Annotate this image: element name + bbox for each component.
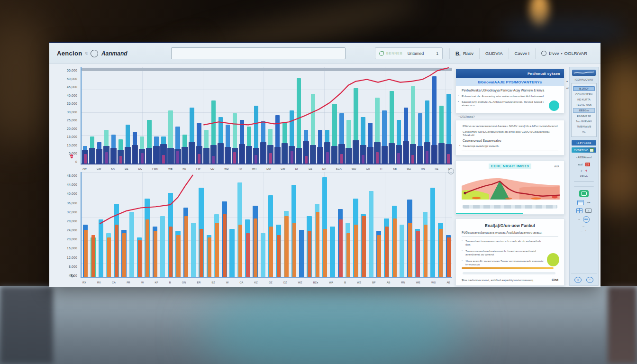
y-tick: 45,000 [59,85,77,89]
rail-subitem[interactable]: - AIDBAbom! [571,156,597,159]
x-tick: DA [322,167,326,170]
y-axis-labels: 55,00050,00045,00040,00035,00030,00025,0… [59,67,81,164]
details-title: Enal(a)/G/un-uow Fanbul [462,223,558,228]
rail-menu-item[interactable]: ES/MMP 80 [573,114,595,118]
chat-icon[interactable]: c [574,277,582,283]
y-tick: 35,000 [59,102,77,105]
rail-item-notifications[interactable]: acd 23 [571,163,597,166]
monitor-icon [577,200,584,205]
x-tick: RN [421,167,425,170]
rail-item-keilab[interactable]: KEIab [571,175,597,178]
rail-menu-item[interactable]: TEUTE 4006 [573,103,595,107]
rail-primary-button[interactable] [572,70,596,76]
x-tick: WB [168,167,173,170]
y-tick: 4,000 [59,274,77,277]
toolbar-button-label: Cavvv I [515,51,530,56]
x-tick: WD [224,167,228,170]
chart-plot-area[interactable] [81,67,452,164]
chart-plot-area[interactable] [81,172,452,278]
x-tick: CA [112,281,116,284]
desk-shadow-left [0,286,53,364]
bullet-line: 7avavubavt tvwvavwvu au tvu v b u avb ab… [465,239,546,246]
x-tick: BF [372,281,375,284]
x-tick: DF [295,167,299,170]
rail-button-cvbetivo[interactable]: CVBETIVO [572,147,596,153]
user-locale-menu[interactable]: b'vvv ▾ OGLR/VAR [535,48,593,59]
x-tick: ER [197,281,201,284]
x-tick: B [344,281,346,284]
faces-row[interactable]: – [571,216,597,223]
x-tick: BZ [212,281,215,284]
x-tick: CD [210,167,214,170]
rail-menu-item[interactable]: 3uu GVEVAU [573,119,595,123]
grid-row[interactable]: ≡ [571,208,597,213]
divider [574,186,594,187]
x-tick: FW [196,167,200,170]
x-tick: FA [239,167,242,170]
globe-icon[interactable]: ∼ [586,277,593,283]
notification-badge: 23 [585,163,590,166]
refresh-icon[interactable]: ↻ [70,273,74,279]
x-tick: AE [446,281,450,284]
y-tick: 28,000 [59,219,77,223]
rail-menu-item[interactable]: ODY/OY/P'EN [573,92,595,96]
rail-button-llpyyage[interactable]: LLPYYAGE [572,140,596,146]
x-tick: FF [380,167,383,170]
grid-icon [576,208,582,213]
leaf-icon [379,51,384,56]
status-dot-teal [549,100,559,111]
rail-menu-item[interactable]: 7MB/AVaVB [573,125,595,128]
plan-selector[interactable]: BENNEB Untamed 1 [375,47,443,59]
x-tick: GZ [269,281,273,284]
panel-subheader[interactable]: BGnovaiAAJE PYS/MOVANTENYs [456,78,564,86]
alert-mark: 4 [585,169,587,172]
toolbar-button-reports[interactable]: B. Raov [449,48,479,59]
amber-progress-line [462,267,554,269]
rail-section-label: IGOVALCVAU [571,78,597,81]
ceiling-shadow [502,19,626,43]
y-tick: 48,000 [59,174,77,177]
summary-line: FWvvs av avwavawavvavt Aavaa.u NOAV: wav… [463,124,559,127]
y-tick: 32,000 [59,210,77,214]
swap-icon[interactable]: ⇄ [566,86,569,90]
mini-chart-scrollbar[interactable] [463,205,557,209]
rail-menu-item[interactable]: KE KURTA [573,98,595,101]
x-tick: GN [182,281,186,284]
dash-item: – · [571,229,597,232]
x-tick: WZ [298,281,302,284]
x-tick: WD [352,167,356,170]
x-axis-labels: AWCWKADZDCFWRWBKNFWCDWDFAWHDMCWDFDZDASGA… [81,164,452,172]
x-tick: DZ [283,281,287,284]
x-tick: KB [393,167,397,170]
toolbar-button-cavvv[interactable]: Cavvv I [509,48,536,59]
user-name: b'vvv [549,51,559,56]
search-input[interactable] [171,47,346,59]
toolbar-button-gudvia[interactable]: GUDVIA [479,48,508,59]
rail-menu-item[interactable]: HE [573,130,595,134]
monitor-row[interactable]: 〜 [571,200,597,205]
trend-line [82,67,452,164]
rail-menu-list: B.JRC//ODY/OY/P'ENKE KURTATEUTE 4006EEEG… [571,83,597,137]
rail-item-alerts[interactable]: j- 4 [571,169,597,172]
y-tick: 10,000 [59,144,77,147]
y-tick: 20,000 [59,237,77,241]
rail-menu-item[interactable]: B.JRC// [573,86,595,91]
globe-icon [541,51,546,56]
dash-item: – [571,225,597,228]
y-tick: 20,000 [59,127,77,130]
x-tick: CW [281,167,285,170]
x-tick: SGA [336,167,342,170]
green-toggle-icon[interactable] [579,190,589,197]
resize-icon[interactable]: ▴ [566,79,569,82]
y-tick: 0 [59,160,77,164]
chevron-down-icon: ▾ [561,52,563,55]
x-tick: AW [82,167,87,170]
rail-menu-item[interactable]: EEEGm [573,108,595,113]
x-tick: DZ [125,167,128,170]
main-chart-bottom: 48,00044,00040,00036,00032,00028,00024,0… [59,172,452,286]
y-tick: 40,000 [59,94,77,97]
toggle-row[interactable] [571,190,597,197]
x-tick: KF [155,281,158,284]
x-tick: KZ [255,281,258,284]
divider [574,181,594,182]
